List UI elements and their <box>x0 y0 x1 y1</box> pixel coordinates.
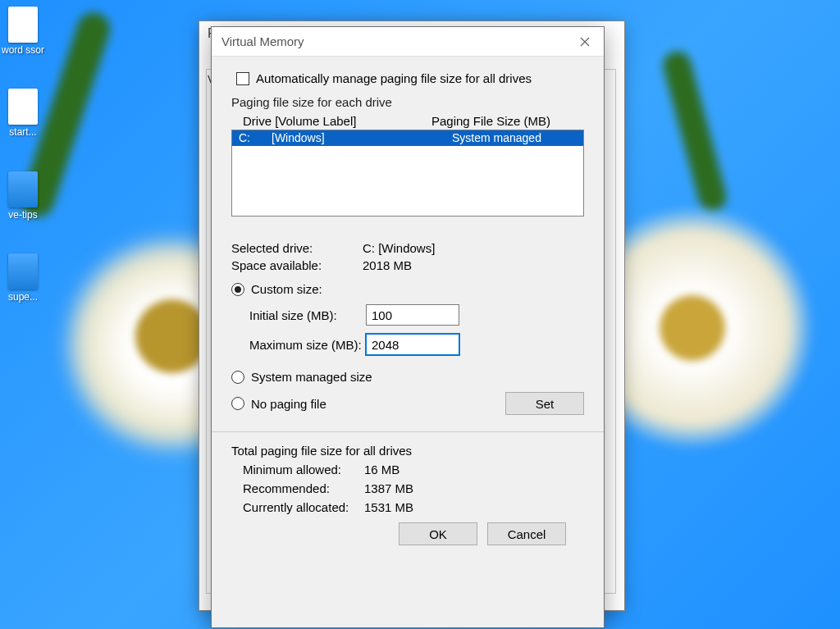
no-paging-row: No paging file Set <box>231 392 584 415</box>
space-available-label: Space available: <box>231 258 363 272</box>
desktop-icons: word ssor start... ve-tips supe... <box>0 7 49 336</box>
system-managed-option[interactable]: System managed size <box>231 370 584 384</box>
maximum-size-row: Maximum size (MB): <box>249 334 584 355</box>
auto-manage-row[interactable]: Automatically manage paging file size fo… <box>236 71 584 85</box>
cancel-button[interactable]: Cancel <box>487 522 566 545</box>
divider <box>212 431 604 432</box>
file-icon <box>8 253 38 289</box>
custom-size-radio[interactable] <box>231 283 244 296</box>
selected-drive-label: Selected drive: <box>231 241 363 255</box>
no-paging-option[interactable]: No paging file <box>231 397 505 411</box>
space-available-value: 2018 MB <box>363 258 584 272</box>
totals-section: Total paging file size for all drives Mi… <box>231 444 584 514</box>
recommended-label: Recommended: <box>243 481 364 495</box>
auto-manage-label: Automatically manage paging file size fo… <box>256 71 532 85</box>
maximum-size-input[interactable] <box>366 334 459 355</box>
drive-size: System managed <box>452 130 578 146</box>
initial-size-input[interactable] <box>366 304 459 326</box>
ok-button[interactable]: OK <box>399 522 477 545</box>
dialog-body: Automatically manage paging file size fo… <box>212 57 604 627</box>
no-paging-label: No paging file <box>251 397 326 411</box>
desktop-icon[interactable]: word ssor <box>0 7 46 56</box>
min-allowed-label: Minimum allowed: <box>243 463 364 476</box>
bg-decor <box>660 295 725 361</box>
file-icon <box>8 171 38 207</box>
auto-manage-checkbox[interactable] <box>236 72 249 85</box>
desktop-icon-label: ve-tips <box>0 209 46 221</box>
no-paging-radio[interactable] <box>231 397 244 410</box>
titlebar[interactable]: Virtual Memory <box>212 27 604 57</box>
drive-letter: C: <box>239 130 272 146</box>
totals-heading: Total paging file size for all drives <box>231 444 584 458</box>
drive-row[interactable]: C: [Windows] System managed <box>232 130 583 146</box>
desktop-icon[interactable]: ve-tips <box>0 171 46 221</box>
system-managed-label: System managed size <box>251 370 372 384</box>
section-label: Paging file size for each drive <box>231 95 584 109</box>
drive-list[interactable]: C: [Windows] System managed <box>231 130 584 217</box>
file-icon <box>8 89 38 125</box>
selected-drive-value: C: [Windows] <box>363 241 584 255</box>
desktop-icon-label: supe... <box>0 291 46 303</box>
recommended-value: 1387 MB <box>364 481 584 495</box>
set-button[interactable]: Set <box>505 392 584 415</box>
bg-decor <box>660 48 730 214</box>
desktop-icon[interactable]: start... <box>0 89 46 138</box>
close-button[interactable] <box>566 27 604 57</box>
close-icon <box>580 37 590 47</box>
virtual-memory-dialog: Virtual Memory Automatically manage pagi… <box>211 26 605 628</box>
file-icon <box>8 7 38 43</box>
currently-allocated-value: 1531 MB <box>364 500 584 514</box>
maximum-size-label: Maximum size (MB): <box>249 338 366 352</box>
custom-size-label: Custom size: <box>251 282 322 296</box>
header-drive: Drive [Volume Label] <box>243 114 431 128</box>
desktop-icon-label: start... <box>0 126 46 138</box>
custom-size-option[interactable]: Custom size: <box>231 282 584 296</box>
currently-allocated-label: Currently allocated: <box>243 500 364 514</box>
dialog-footer: OK Cancel <box>231 514 584 545</box>
initial-size-label: Initial size (MB): <box>249 308 366 322</box>
selected-drive-row: Selected drive: C: [Windows] <box>231 241 584 255</box>
min-allowed-value: 16 MB <box>364 463 584 476</box>
initial-size-row: Initial size (MB): <box>249 304 584 326</box>
header-size: Paging File Size (MB) <box>431 114 579 128</box>
space-available-row: Space available: 2018 MB <box>231 258 584 272</box>
desktop-icon-label: word ssor <box>0 44 46 56</box>
dialog-title: Virtual Memory <box>221 34 304 48</box>
system-managed-radio[interactable] <box>231 371 244 384</box>
drive-volume: [Windows] <box>272 130 452 146</box>
drive-list-headers: Drive [Volume Label] Paging File Size (M… <box>231 112 584 130</box>
desktop-icon[interactable]: supe... <box>0 253 46 303</box>
